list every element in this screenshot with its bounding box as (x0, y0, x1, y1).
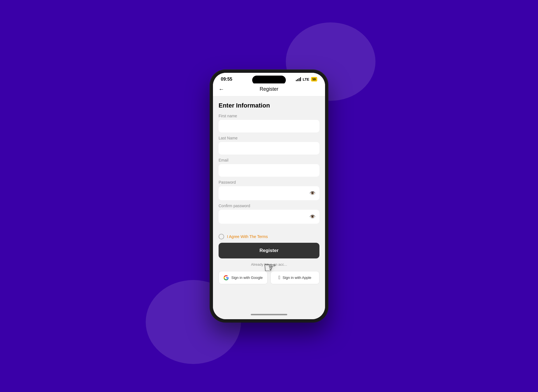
back-arrow-icon: ← (219, 86, 224, 92)
last-name-input[interactable] (222, 146, 316, 151)
back-button[interactable]: ← (219, 86, 224, 92)
google-icon (223, 275, 229, 281)
apple-icon:  (279, 275, 280, 281)
section-heading: Enter Information (219, 102, 319, 109)
email-input-wrap (219, 164, 319, 177)
email-label: Email (219, 158, 319, 162)
apple-signin-button[interactable]:  Sign in with Apple (270, 271, 319, 284)
status-time: 09:55 (221, 77, 232, 82)
password-input[interactable] (222, 191, 309, 196)
home-bar (251, 314, 287, 315)
terms-radio[interactable] (219, 234, 224, 239)
battery-badge: 59 (311, 77, 317, 81)
first-name-label: First name (219, 114, 319, 118)
already-account-text: Already have an acc... (213, 261, 325, 270)
terms-label[interactable]: I Agree With The Terms (227, 234, 268, 239)
phone-screen: 09:55 LTE 59 ← Register (213, 73, 325, 319)
google-signin-button[interactable]: Sign in with Google (219, 271, 268, 284)
social-login-row: Sign in with Google  Sign in with Apple (213, 270, 325, 290)
page-title: Register (259, 86, 278, 92)
confirm-password-input[interactable] (222, 214, 309, 219)
confirm-password-input-wrap: 👁️ (219, 210, 319, 224)
last-name-group: Last Name (219, 136, 319, 155)
register-button[interactable]: Register (219, 243, 319, 258)
password-group: Password 👁️ (219, 180, 319, 200)
phone-outer-shell: 09:55 LTE 59 ← Register (210, 70, 328, 322)
signal-icon (296, 77, 301, 81)
password-eye-icon[interactable]: 👁️ (309, 190, 316, 196)
first-name-input-wrap (219, 120, 319, 132)
confirm-password-eye-icon[interactable]: 👁️ (309, 214, 316, 220)
first-name-input[interactable] (222, 124, 316, 129)
status-icons: LTE 59 (296, 77, 317, 81)
home-indicator (213, 312, 325, 319)
email-group: Email (219, 158, 319, 177)
form-section: Enter Information First name Last Name (213, 96, 325, 230)
terms-row: I Agree With The Terms (213, 230, 325, 242)
confirm-password-group: Confirm password 👁️ (219, 204, 319, 224)
last-name-label: Last Name (219, 136, 319, 140)
apple-signin-label: Sign in with Apple (282, 276, 311, 280)
email-input[interactable] (222, 168, 316, 173)
password-input-wrap: 👁️ (219, 186, 319, 200)
last-name-input-wrap (219, 142, 319, 155)
google-signin-label: Sign in with Google (231, 276, 263, 280)
first-name-group: First name (219, 114, 319, 132)
lte-label: LTE (303, 77, 309, 81)
status-bar: 09:55 LTE 59 (213, 73, 325, 83)
phone-device: 09:55 LTE 59 ← Register (210, 70, 328, 322)
password-label: Password (219, 180, 319, 185)
navigation-bar: ← Register (213, 83, 325, 96)
scroll-content[interactable]: Enter Information First name Last Name (213, 96, 325, 312)
confirm-password-label: Confirm password (219, 204, 319, 208)
